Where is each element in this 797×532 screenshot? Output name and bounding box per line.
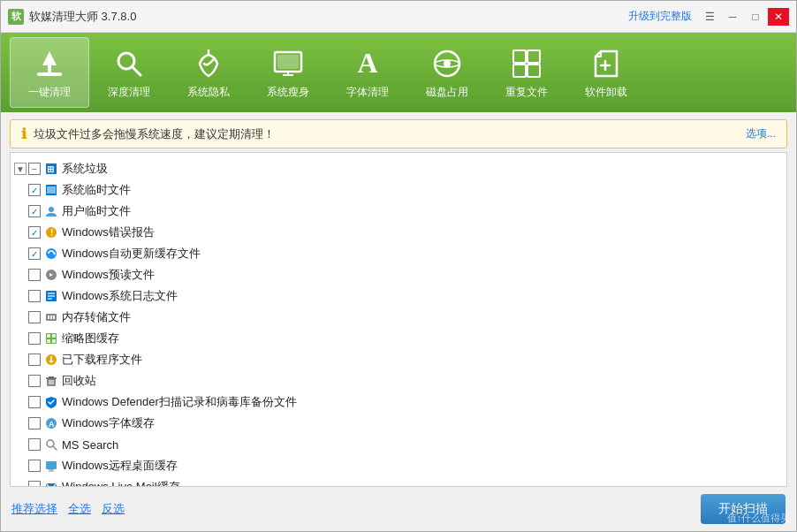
svg-rect-36 [47, 334, 50, 338]
list-item: ▼ ⊞ 系统垃圾 [11, 158, 786, 179]
scan-button[interactable]: 开始扫描 [701, 494, 786, 524]
list-item: A Windows字体缓存 [11, 413, 786, 434]
privacy-label: 系统隐私 [187, 85, 230, 100]
app-icon: 软 [8, 9, 24, 25]
item-icon: ! [44, 225, 58, 239]
privacy-icon [191, 46, 226, 81]
window-controls: ☰ ─ □ ✕ [699, 8, 789, 26]
disk-label: 磁盘占用 [426, 85, 468, 100]
list-item: Windows预读文件 [11, 264, 786, 285]
upgrade-button[interactable]: 升级到完整版 [628, 9, 692, 24]
info-bar: ℹ 垃圾文件过多会拖慢系统速度，建议定期清理！ 选项... [10, 119, 787, 148]
toolbar-item-disk[interactable]: 磁盘占用 [407, 37, 487, 108]
toolbar-item-slim[interactable]: 系统瘦身 [248, 37, 328, 108]
menu-button[interactable]: ☰ [699, 8, 720, 26]
info-text: 垃圾文件过多会拖慢系统速度，建议定期清理！ [34, 126, 739, 142]
checkbox[interactable] [28, 163, 41, 175]
item-icon [44, 289, 58, 303]
titlebar-right: 升级到完整版 ☰ ─ □ ✕ [628, 8, 789, 26]
list-item: 缩略图缓存 [11, 328, 786, 349]
checkbox[interactable] [28, 460, 41, 472]
item-label: 用户临时文件 [62, 203, 131, 219]
checkbox[interactable] [28, 396, 41, 408]
svg-rect-37 [52, 334, 56, 338]
list-item: 回收站 [11, 370, 786, 391]
item-icon [44, 331, 58, 346]
checkbox[interactable] [28, 205, 41, 217]
toolbar-item-font[interactable]: A 字体清理 [328, 37, 407, 108]
checkbox[interactable] [28, 247, 41, 260]
checkbox[interactable] [28, 438, 41, 451]
checkbox[interactable] [28, 311, 41, 323]
deep-clean-icon [111, 46, 147, 81]
item-label: 已下载程序文件 [62, 352, 142, 368]
checkbox[interactable] [28, 332, 41, 345]
list-item: Windows系统日志文件 [11, 285, 786, 307]
select-all-link[interactable]: 全选 [68, 501, 91, 517]
one-click-icon [32, 46, 67, 81]
svg-point-21 [49, 207, 54, 212]
svg-rect-13 [513, 50, 526, 63]
minimize-button[interactable]: ─ [722, 8, 743, 26]
svg-marker-1 [42, 51, 57, 65]
checkbox[interactable] [28, 269, 41, 281]
toolbar: 一键清理 深度清理 系统隐私 [1, 33, 796, 112]
titlebar-left: 软 软媒清理大师 3.7.8.0 [8, 9, 136, 25]
svg-text:!: ! [50, 228, 53, 238]
svg-rect-53 [46, 461, 57, 469]
item-icon [44, 310, 58, 324]
item-icon: A [44, 416, 58, 430]
toolbar-item-deep-clean[interactable]: 深度清理 [89, 37, 169, 108]
checkbox[interactable] [28, 481, 41, 486]
checkbox[interactable] [28, 226, 41, 239]
item-icon [44, 459, 58, 473]
checkbox[interactable] [28, 290, 41, 302]
svg-rect-2 [48, 65, 51, 72]
svg-rect-15 [513, 65, 526, 77]
one-click-label: 一键清理 [28, 85, 71, 100]
font-label: 字体清理 [346, 85, 389, 100]
options-link[interactable]: 选项... [746, 126, 776, 141]
duplicate-label: 重复文件 [505, 85, 548, 100]
toolbar-item-duplicate[interactable]: 重复文件 [487, 37, 566, 108]
info-icon: ℹ [21, 125, 27, 142]
item-icon [44, 480, 58, 486]
svg-rect-0 [37, 72, 62, 76]
item-list[interactable]: ▼ ⊞ 系统垃圾 系统临时文件 用户临 [11, 153, 786, 486]
list-item: Windows远程桌面缓存 [11, 455, 786, 476]
item-label: Windows预读文件 [62, 267, 155, 283]
list-item: 已下载程序文件 [11, 349, 786, 370]
maximize-button[interactable]: □ [745, 8, 766, 26]
toolbar-item-one-click[interactable]: 一键清理 [10, 37, 89, 108]
item-icon [44, 437, 58, 452]
item-icon [44, 247, 58, 261]
slim-label: 系统瘦身 [267, 85, 309, 100]
svg-rect-34 [53, 315, 55, 319]
item-label: Windows字体缓存 [62, 415, 155, 431]
recommend-link[interactable]: 推荐选择 [11, 501, 57, 517]
toolbar-item-uninstall[interactable]: 软件卸载 [566, 37, 646, 108]
tree-toggle[interactable]: ▼ [14, 163, 27, 175]
svg-rect-33 [50, 315, 52, 319]
toolbar-item-privacy[interactable]: 系统隐私 [169, 37, 248, 108]
close-button[interactable]: ✕ [768, 8, 789, 26]
item-icon [44, 204, 58, 218]
checkbox[interactable] [28, 417, 41, 429]
svg-text:A: A [49, 420, 55, 429]
invert-link[interactable]: 反选 [102, 501, 125, 517]
checkbox[interactable] [28, 375, 41, 387]
slim-icon [270, 46, 306, 81]
checkbox[interactable] [28, 184, 41, 196]
footer: 推荐选择 全选 反选 开始扫描 [1, 487, 796, 531]
svg-rect-38 [47, 339, 50, 343]
item-icon: ⊞ [44, 162, 58, 176]
item-label: Windows Live Mail缓存 [62, 479, 180, 486]
item-label: Windows系统日志文件 [62, 288, 178, 304]
uninstall-icon [588, 46, 624, 81]
item-icon [44, 268, 58, 282]
svg-line-4 [133, 67, 140, 75]
checkbox[interactable] [28, 353, 41, 366]
svg-rect-6 [277, 55, 299, 69]
titlebar: 软 软媒清理大师 3.7.8.0 升级到完整版 ☰ ─ □ ✕ [1, 1, 796, 33]
svg-point-11 [444, 60, 451, 67]
